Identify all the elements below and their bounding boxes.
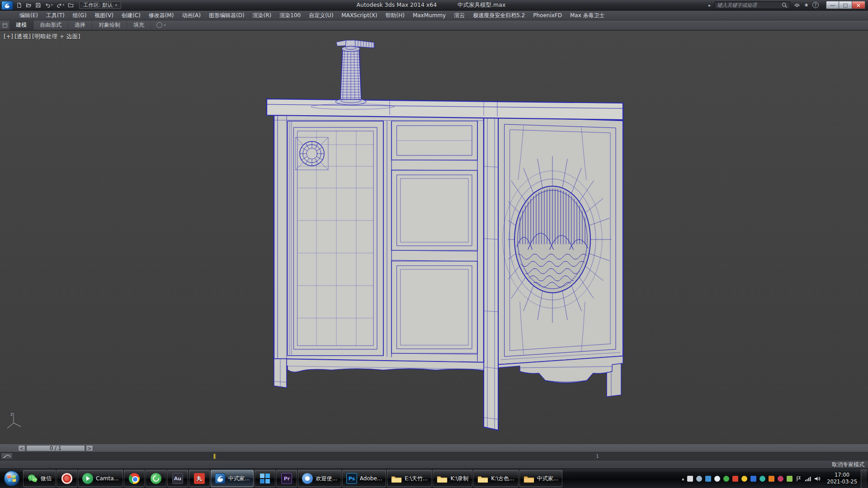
premiere-icon: Pr xyxy=(281,473,292,484)
project-folder-icon[interactable] xyxy=(66,0,75,10)
menu-item-rendering[interactable]: 渲染(R) xyxy=(249,11,276,20)
undo-dropdown-icon[interactable]: ▾ xyxy=(51,3,53,7)
redo-icon[interactable]: ▾ xyxy=(55,0,66,10)
taskbar-button-wan-app[interactable]: 丸 xyxy=(189,470,210,487)
taskbar-button-wechat[interactable]: 微信 xyxy=(23,470,56,487)
tray-app-icon-7[interactable] xyxy=(741,476,747,482)
taskbar-button-3ds-max[interactable]: 中式家... xyxy=(211,470,254,487)
time-slider-handle[interactable]: 0 / 1 xyxy=(26,445,85,451)
ribbon-options-icon[interactable]: ▾ xyxy=(156,22,166,28)
show-desktop-button[interactable] xyxy=(861,469,867,488)
taskbar-clock[interactable]: 17:00 2021-03-25 xyxy=(823,472,861,485)
model-wireframe-cabinet[interactable] xyxy=(0,31,868,444)
taskbar-button-camtasia[interactable]: Camta... xyxy=(78,470,123,487)
menu-item-maxscript[interactable]: MAXScript(X) xyxy=(337,11,381,20)
viewport-shading-menu[interactable]: [明暗处理 + 边面] xyxy=(32,33,80,41)
menu-item-tools[interactable]: 工具(T) xyxy=(42,11,69,20)
ribbon-grip-icon[interactable] xyxy=(2,23,8,28)
viewport-general-menu[interactable]: [+] xyxy=(4,33,13,41)
menu-item-customize[interactable]: 自定义(U) xyxy=(305,11,337,20)
taskbar-button-camtasia-recorder[interactable] xyxy=(57,470,77,487)
action-center-flag-icon[interactable] xyxy=(796,476,802,482)
track-bar[interactable]: 1 xyxy=(0,452,868,460)
tray-app-icon-12[interactable] xyxy=(787,476,793,482)
menu-item-modifiers[interactable]: 修改器(M) xyxy=(145,11,178,20)
save-file-icon[interactable] xyxy=(33,0,43,10)
minimize-button[interactable]: — xyxy=(826,1,839,9)
communication-center-icon[interactable] xyxy=(794,2,800,8)
cancel-expert-mode-button[interactable]: 取消专家模式 xyxy=(832,461,864,469)
taskbar-button-blue-tiles[interactable] xyxy=(255,470,275,487)
tray-expand-icon[interactable]: ▴ xyxy=(682,476,684,481)
redo-dropdown-icon[interactable]: ▾ xyxy=(63,3,65,7)
menu-item-phoenixfd[interactable]: PhoenixFD xyxy=(529,11,566,20)
menu-item-render100[interactable]: 渲染100 xyxy=(275,11,305,20)
menu-item-animation[interactable]: 动画(A) xyxy=(178,11,205,20)
taskbar-button-premiere[interactable]: Pr xyxy=(276,470,297,487)
taskbar-button-audition[interactable]: Au xyxy=(167,470,188,487)
chrome-icon xyxy=(129,473,140,484)
tray-app-icon-4[interactable] xyxy=(714,476,720,482)
tray-app-icon-6[interactable] xyxy=(732,476,738,482)
tab-object-paint[interactable]: 对象绘制 xyxy=(92,20,127,30)
favorites-star-icon[interactable]: ★ xyxy=(804,2,809,8)
tab-selection[interactable]: 选择 xyxy=(68,20,92,30)
tab-freeform[interactable]: 自由形式 xyxy=(33,20,68,30)
viewport-pov-menu[interactable]: [透视] xyxy=(14,33,31,41)
track-bar-frame-marker[interactable] xyxy=(213,454,216,459)
tab-modeling[interactable]: 建模 xyxy=(9,20,33,30)
time-slider[interactable]: < 0 / 1 > xyxy=(0,444,868,452)
help-icon[interactable]: ? xyxy=(812,2,819,8)
tray-app-icon-9[interactable] xyxy=(760,476,765,482)
menu-item-create[interactable]: 创建(C) xyxy=(118,11,145,20)
workspace-selector[interactable]: 工作区: 默认 ▾ xyxy=(79,1,121,9)
search-icon[interactable] xyxy=(782,2,788,8)
menu-item-slim-archive[interactable]: 极速瘦身安全归档5.2 xyxy=(469,11,529,20)
taskbar-button-folder-k-guse[interactable]: K:\古色... xyxy=(473,470,518,487)
tray-app-icon-2[interactable] xyxy=(696,476,702,482)
tray-app-icon-11[interactable] xyxy=(778,476,783,482)
tray-app-icon-8[interactable] xyxy=(750,476,756,482)
tray-app-icon-5[interactable] xyxy=(723,476,729,482)
taskbar-button-photoshop[interactable]: Ps Adobe... xyxy=(342,470,386,487)
maximize-button[interactable]: □ xyxy=(839,1,852,9)
tray-app-icon-3[interactable] xyxy=(705,476,711,482)
taskbar-button-green-app[interactable] xyxy=(146,470,166,487)
taskbar-button-label: K:\古色... xyxy=(491,475,514,483)
network-icon[interactable] xyxy=(805,476,811,482)
menu-item-maxmummy[interactable]: MaxMummy xyxy=(409,11,450,20)
tray-app-icon-10[interactable] xyxy=(769,476,774,482)
window-controls: — □ × xyxy=(826,1,865,9)
menu-item-graph-editors[interactable]: 图形编辑器(D) xyxy=(205,11,249,20)
undo-icon[interactable]: ▾ xyxy=(43,0,55,10)
infocenter-search[interactable] xyxy=(714,1,790,9)
new-scene-icon[interactable] xyxy=(14,0,24,10)
corner-post-leg xyxy=(484,115,498,430)
tray-app-icon-1[interactable] xyxy=(687,476,693,482)
taskbar-button-folder-e-tianzhu[interactable]: E:\天竹... xyxy=(387,470,432,487)
previous-frame-button[interactable]: < xyxy=(18,445,25,451)
tab-populate[interactable]: 填充 xyxy=(127,20,151,30)
application-menu-button[interactable] xyxy=(1,1,13,10)
open-mini-curve-editor-button[interactable] xyxy=(1,453,13,460)
next-frame-button[interactable]: > xyxy=(86,445,93,451)
start-button[interactable] xyxy=(1,469,23,488)
menu-item-group[interactable]: 组(G) xyxy=(69,11,91,20)
volume-icon[interactable] xyxy=(814,476,821,482)
infocenter-collapse-icon[interactable]: ▸ xyxy=(708,3,711,8)
close-button[interactable]: × xyxy=(852,1,865,9)
taskbar-button-chrome[interactable] xyxy=(124,470,145,487)
menu-item-views[interactable]: 视图(V) xyxy=(90,11,118,20)
open-file-icon[interactable] xyxy=(24,0,33,10)
perspective-viewport[interactable]: [+] [透视] [明暗处理 + 边面] xyxy=(0,31,868,444)
taskbar-button-welcome[interactable]: 欢迎使... xyxy=(298,470,341,487)
search-input[interactable] xyxy=(717,2,780,8)
taskbar-button-folder-k-recording[interactable]: K:\录制 xyxy=(433,470,472,487)
menu-item-render-cloud[interactable]: 渲云 xyxy=(450,11,469,20)
menu-item-antivirus[interactable]: Max 杀毒卫士 xyxy=(566,11,609,20)
world-axis-gizmo: z xyxy=(4,409,24,431)
taskbar-button-folder-zhongshi[interactable]: 中式家... xyxy=(519,470,562,487)
menu-item-help[interactable]: 帮助(H) xyxy=(382,11,409,20)
taskbar-button-label: E:\天竹... xyxy=(405,475,428,483)
menu-item-edit[interactable]: 编辑(E) xyxy=(15,11,42,20)
